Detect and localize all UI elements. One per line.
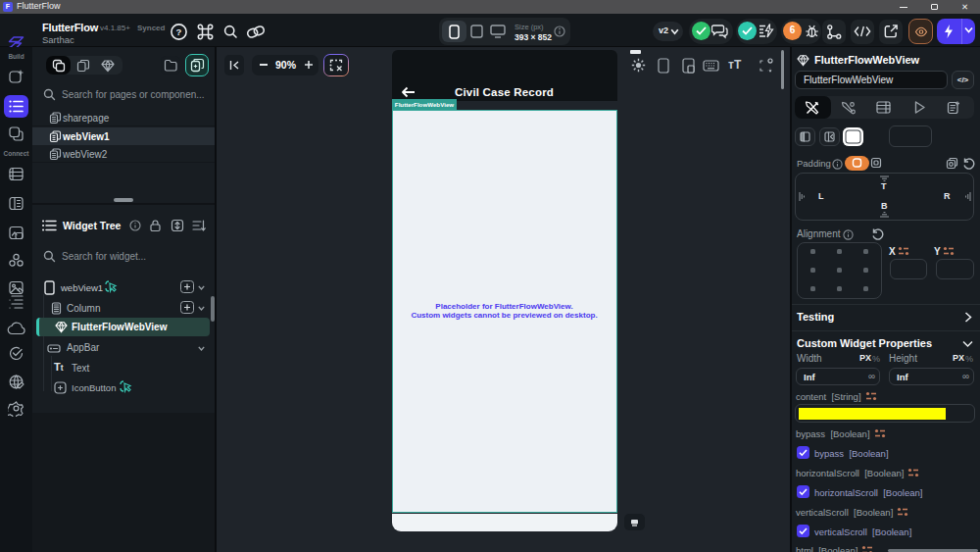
svg-text:?: ?	[176, 26, 182, 37]
